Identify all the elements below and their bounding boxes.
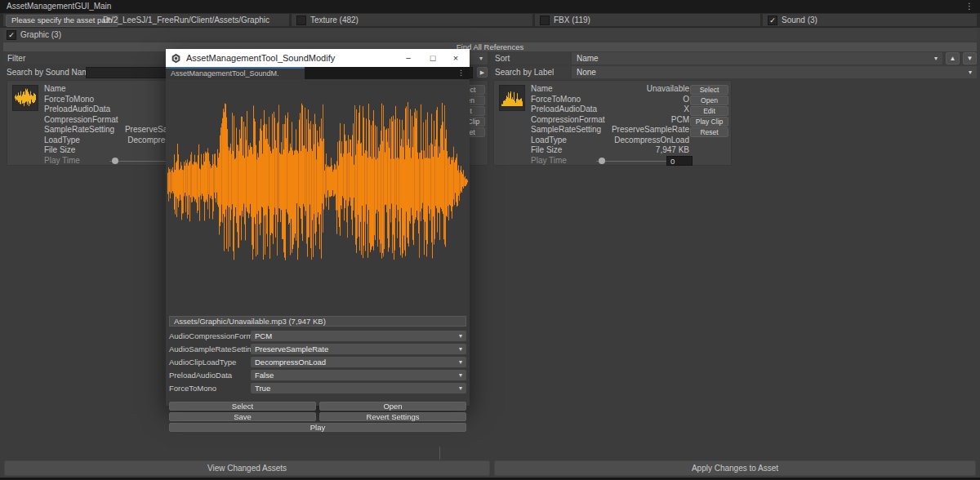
field-row: LoadTypeDecompressOnLoad (531, 136, 689, 146)
field-label: File Size (531, 145, 562, 156)
filter-label: Filter (3, 52, 163, 64)
popup-title: AssetManagementTool_SoundModify (186, 53, 335, 63)
play-time-value[interactable]: 0 (666, 156, 693, 166)
field-row: SampleRateSettingPreserveSampleRate (531, 125, 689, 136)
chevron-down-icon: ▾ (459, 344, 462, 354)
asset-card: NameUnavailableForceToMonoOPreloadAudioD… (493, 80, 732, 166)
chevron-down-icon: ▾ (459, 357, 462, 367)
audiocompressionformat-dropdown[interactable]: PCM▾ (251, 331, 466, 341)
sort-ascending-button[interactable]: ▲ (946, 52, 960, 64)
sound-modify-window: AssetManagementTool_SoundModify – □ × As… (166, 49, 470, 406)
waveform-thumbnail-icon (12, 85, 38, 111)
checkbox-fbx[interactable] (540, 16, 550, 25)
fbx-segment: FBX (119) (535, 14, 760, 26)
setting-label: ForceToMono (169, 383, 251, 393)
field-label: ForceToMono (531, 95, 581, 105)
open-button[interactable]: Open (690, 96, 728, 105)
setting-value: PreserveSampleRate (255, 344, 328, 353)
field-value: PreserveSampleRate (612, 125, 689, 136)
save-button[interactable]: Save (169, 412, 316, 421)
checkbox-graphic[interactable]: ✓ (7, 30, 16, 40)
checkbox-graphic-label: Graphic (3) (20, 30, 61, 39)
field-label: LoadType (531, 136, 567, 146)
play-clip-button[interactable]: Play Clip (690, 117, 728, 127)
card-buttons: SelectOpenEditPlay ClipReset (690, 85, 728, 137)
sort-value: Name (577, 54, 599, 63)
field-row: NameUnavailable (531, 84, 689, 95)
field-label: SampleRateSetting (531, 125, 601, 136)
tab-soundmodify[interactable]: AssetManagementTool_SoundM. (166, 67, 305, 79)
field-label: File Size (44, 145, 75, 156)
minimize-button[interactable]: – (398, 49, 419, 67)
waveform-thumbnail-icon (499, 85, 525, 111)
popup-buttons: Select Open Save Revert Settings Play (169, 402, 466, 432)
reset-button[interactable]: Reset (690, 127, 728, 137)
checkbox-sound[interactable]: ✓ (768, 16, 777, 25)
field-row: File Size7,947 KB (531, 145, 689, 156)
open-button[interactable]: Open (319, 402, 466, 411)
kebab-menu-icon[interactable]: ⋮ (965, 0, 973, 13)
forcetomono-dropdown[interactable]: True▾ (251, 383, 466, 393)
popup-titlebar[interactable]: AssetManagementTool_SoundModify – □ × (166, 49, 470, 67)
revert-settings-button[interactable]: Revert Settings (319, 412, 466, 421)
edit-button[interactable]: Edit (690, 106, 728, 116)
asset-path-field[interactable]: D:/2_LeeSJ/1_FreeRun/Client/Assets/Graph… (103, 14, 270, 26)
main-window: AssetManagementGUI_Main ⋮ Please specify… (0, 0, 980, 480)
close-button[interactable]: × (445, 49, 466, 67)
field-row: ForceToMonoO (531, 95, 689, 105)
setting-value: True (255, 384, 270, 393)
play-search-button[interactable]: ▶ (477, 67, 488, 78)
slider-knob[interactable] (112, 158, 118, 164)
chevron-down-icon: ▾ (934, 52, 938, 64)
setting-label: PreloadAudioData (169, 370, 251, 380)
search-sound-label: Search by Sound Name (7, 66, 93, 78)
sort-descending-button[interactable]: ▼ (963, 52, 977, 64)
field-label: ForceToMono (44, 95, 94, 105)
play-button[interactable]: Play (169, 423, 466, 432)
field-row: CompressionFormatPCM (531, 115, 689, 126)
specify-path-button[interactable]: Please specify the asset path (6, 15, 118, 27)
slider-knob[interactable] (599, 158, 605, 164)
popup-tabbar: AssetManagementTool_SoundM. ⋮ (166, 67, 470, 79)
setting-row: AudioCompressionFormatPCM▾ (169, 331, 466, 341)
setting-row: AudioClipLoadTypeDecompressOnLoad▾ (169, 357, 466, 367)
setting-value: DecompressOnLoad (255, 358, 326, 367)
window-title: AssetManagementGUI_Main (7, 2, 111, 11)
search-label-dropdown[interactable]: None ▾ (572, 66, 977, 78)
view-changed-assets-button[interactable]: View Changed Assets (4, 460, 490, 476)
chevron-down-icon: ▾ (459, 383, 462, 393)
field-label: CompressionFormat (44, 115, 118, 126)
maximize-button[interactable]: □ (422, 49, 443, 67)
play-time-row: Play Time0 (531, 156, 689, 167)
waveform-display (167, 79, 468, 282)
field-label: CompressionFormat (531, 115, 605, 126)
select-button[interactable]: Select (690, 85, 728, 95)
play-time-slider[interactable] (596, 156, 666, 166)
checkbox-texture[interactable] (296, 16, 306, 25)
sort-dropdown[interactable]: Name ▾ (572, 52, 942, 64)
setting-row: PreloadAudioDataFalse▾ (169, 370, 466, 380)
setting-row: ForceToMonoTrue▾ (169, 383, 466, 393)
find-all-references-button[interactable]: Find All References (3, 42, 977, 51)
field-value: 7,947 KB (656, 145, 689, 156)
texture-segment: Texture (482) (292, 14, 532, 26)
path-segment: Please specify the asset path D:/2_LeeSJ… (3, 14, 289, 26)
sound-settings-rows: AudioCompressionFormatPCM▾AudioSampleRat… (169, 331, 466, 393)
slider-track (596, 161, 666, 162)
chevron-down-icon: ▾ (969, 66, 972, 78)
preloadaudiodata-dropdown[interactable]: False▾ (251, 370, 466, 380)
checkbox-texture-label: Texture (482) (310, 16, 359, 24)
field-label: Name (44, 84, 66, 95)
apply-changes-button[interactable]: Apply Changes to Asset (494, 460, 976, 476)
asset-path-row: Please specify the asset path D:/2_LeeSJ… (0, 13, 980, 28)
select-button[interactable]: Select (169, 402, 316, 411)
setting-label: AudioClipLoadType (169, 357, 251, 367)
audiocliploadtype-dropdown[interactable]: DecompressOnLoad▾ (251, 357, 466, 367)
field-value: X (684, 104, 689, 115)
window-titlebar: AssetManagementGUI_Main ⋮ (0, 0, 980, 13)
audiosampleratesetting-dropdown[interactable]: PreserveSampleRate▾ (251, 344, 466, 354)
field-row: PreloadAudioDataX (531, 104, 689, 115)
play-time-label: Play Time (44, 156, 80, 167)
setting-value: False (255, 371, 274, 380)
kebab-menu-icon[interactable]: ⋮ (457, 67, 465, 79)
